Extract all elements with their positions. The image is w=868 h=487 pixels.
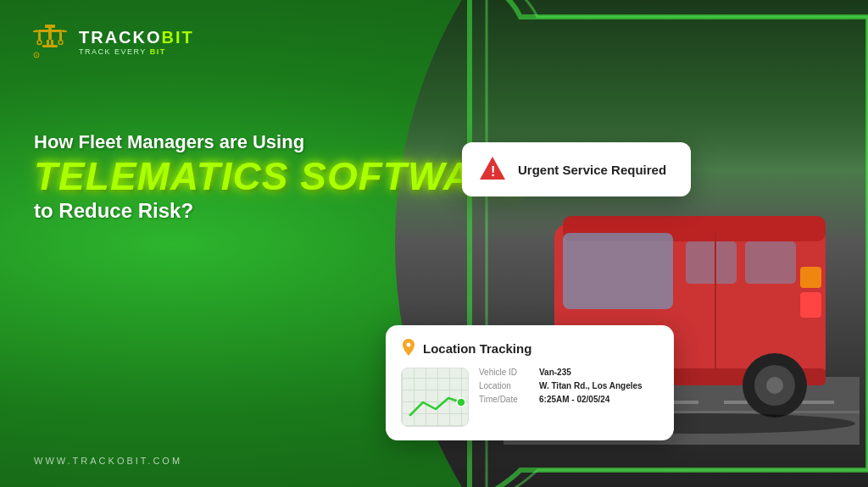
svg-rect-25 [38,30,62,32]
map-route-line [406,385,465,419]
urgent-service-card: ! Urgent Service Required [462,142,691,196]
urgent-service-label: Urgent Service Required [518,163,666,177]
svg-text:R: R [36,53,38,58]
svg-rect-23 [45,25,55,28]
location-tracking-card: Location Tracking Vehicle ID Van-235 Loc… [386,325,674,440]
website-url: WWW.TRACKOBIT.COM [34,456,182,466]
heading-line2: TELEMATICS SOFTWARE [34,157,528,196]
logo-text-area: TRACKOBIT TRACK EVERY BIT [79,28,194,56]
time-label: Time/Date [479,395,534,404]
location-card-body: Vehicle ID Van-235 Location W. Titan Rd.… [401,368,659,427]
location-card-header: Location Tracking [401,339,659,357]
location-card-title: Location Tracking [423,341,531,356]
main-heading: How Fleet Managers are Using TELEMATICS … [34,131,528,223]
main-container: R TRACKOBIT TRACK EVERY BIT How Fleet Ma… [0,0,868,487]
svg-rect-32 [42,45,58,47]
logo-icon: R [30,21,70,62]
location-value: W. Titan Rd., Los Angeles [539,381,643,390]
location-info: Vehicle ID Van-235 Location W. Titan Rd.… [479,368,659,427]
map-thumbnail [401,368,469,427]
heading-line1: How Fleet Managers are Using [34,131,528,153]
location-pin-icon [401,339,416,357]
vehicle-id-label: Vehicle ID [479,368,534,377]
svg-rect-35 [33,30,38,32]
svg-rect-28 [59,32,62,41]
time-value: 6:25AM - 02/05/24 [539,395,609,404]
svg-point-29 [58,41,63,45]
svg-point-41 [407,343,411,347]
vehicle-id-row: Vehicle ID Van-235 [479,368,659,377]
svg-rect-26 [38,32,41,41]
svg-point-27 [37,41,42,45]
logo-tagline-highlight: BIT [150,47,166,56]
logo-name: TRACKOBIT [79,28,194,47]
svg-rect-36 [62,30,67,32]
logo: R TRACKOBIT TRACK EVERY BIT [30,21,194,62]
svg-text:!: ! [491,164,495,179]
time-row: Time/Date 6:25AM - 02/05/24 [479,395,659,404]
logo-name-highlight: BIT [162,28,194,47]
svg-point-42 [457,398,465,407]
location-row: Location W. Titan Rd., Los Angeles [479,381,659,390]
logo-tagline: TRACK EVERY BIT [79,47,194,56]
location-label: Location [479,381,534,390]
vehicle-id-value: Van-235 [539,368,571,377]
alert-triangle-icon: ! [477,154,508,185]
heading-line3: to Reduce Risk? [34,199,528,223]
